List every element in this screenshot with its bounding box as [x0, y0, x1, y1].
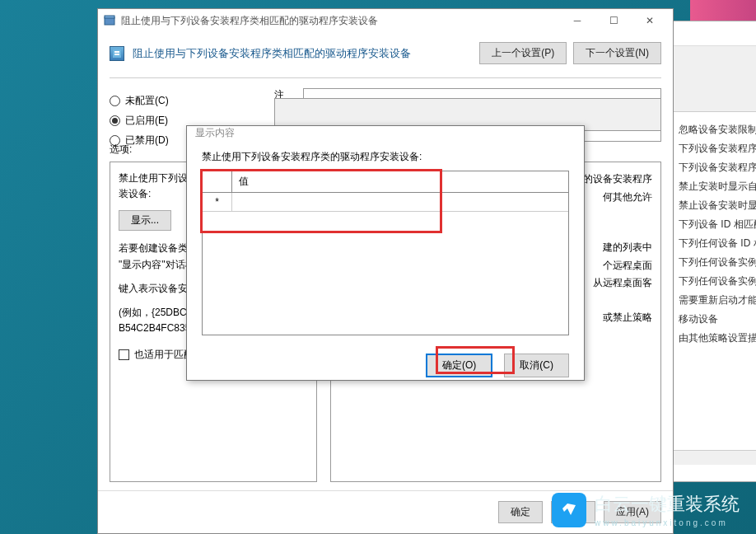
checkbox-icon: [119, 349, 129, 360]
grid-header-value: 值: [232, 171, 255, 192]
grid-row[interactable]: *: [203, 193, 568, 212]
window-title: 阻止使用与下列设备安装程序类相匹配的驱动程序安装设备: [121, 14, 559, 28]
svg-rect-3: [114, 51, 119, 53]
minimize-button[interactable]: ─: [559, 9, 595, 32]
modal-footer: 确定(O) 取消(C): [187, 345, 584, 389]
modal-cancel-button[interactable]: 取消(C): [504, 354, 569, 377]
background-gpedit-window: 忽略设备安装限制 下列设备安装程序 下列设备安装程序 禁止安装时显示自 禁止设备…: [671, 21, 756, 482]
watermark-url: www.baiyunxitong.com: [595, 518, 740, 527]
value-grid[interactable]: 值 *: [202, 171, 569, 335]
desktop-accent: [690, 0, 756, 21]
titlebar: 阻止使用与下列设备安装程序类相匹配的驱动程序安装设备 ─ ☐ ✕: [98, 9, 673, 32]
watermark-logo-icon: [552, 493, 586, 527]
bg-list-item: 下列任何设备实例: [672, 253, 756, 272]
modal-title: 显示内容: [195, 126, 235, 140]
bg-list-item: 下列设备 ID 相匹配: [672, 215, 756, 234]
close-button[interactable]: ✕: [632, 9, 668, 32]
bg-list-item: 下列设备安装程序: [672, 139, 756, 158]
show-button[interactable]: 显示...: [119, 210, 171, 231]
window-icon: [103, 14, 116, 27]
modal-titlebar: 显示内容: [187, 126, 584, 140]
prev-setting-button[interactable]: 上一个设置(P): [479, 42, 567, 64]
bg-list-item: 忽略设备安装限制: [672, 120, 756, 139]
grid-header-blank: [203, 171, 232, 192]
bg-list-item: 下列任何设备 ID 相: [672, 234, 756, 253]
show-contents-dialog: 显示内容 禁止使用下列设备安装程序类的驱动程序安装设备: 值 * 确定(O) 取…: [186, 125, 585, 381]
bg-list-item: 下列任何设备实例: [672, 272, 756, 291]
next-setting-button[interactable]: 下一个设置(N): [573, 42, 661, 64]
svg-rect-1: [105, 16, 114, 18]
bg-list-item: 禁止设备安装时显: [672, 196, 756, 215]
bg-list-item: 由其他策略设置描: [672, 329, 756, 348]
bg-list-item: 需要重新启动才能: [672, 291, 756, 310]
maximize-button[interactable]: ☐: [595, 9, 632, 32]
policy-title: 阻止使用与下列设备安装程序类相匹配的驱动程序安装设备: [133, 46, 471, 61]
divider: [110, 77, 661, 78]
modal-label: 禁止使用下列设备安装程序类的驱动程序安装设备:: [202, 150, 569, 164]
watermark: 白云一键重装系统 www.baiyunxitong.com: [552, 492, 740, 527]
svg-rect-4: [114, 54, 119, 55]
watermark-text: 白云一键重装系统: [595, 492, 740, 517]
grid-header: 值: [203, 171, 568, 193]
policy-icon: [110, 46, 124, 61]
bg-list-item: 下列设备安装程序: [672, 158, 756, 177]
modal-ok-button[interactable]: 确定(O): [426, 354, 492, 377]
grid-row-marker: *: [203, 193, 232, 211]
bg-list-item: 移动设备: [672, 310, 756, 329]
ok-button[interactable]: 确定: [498, 501, 543, 523]
bg-list-item: 禁止安装时显示自: [672, 177, 756, 196]
grid-value-cell[interactable]: [232, 193, 568, 211]
